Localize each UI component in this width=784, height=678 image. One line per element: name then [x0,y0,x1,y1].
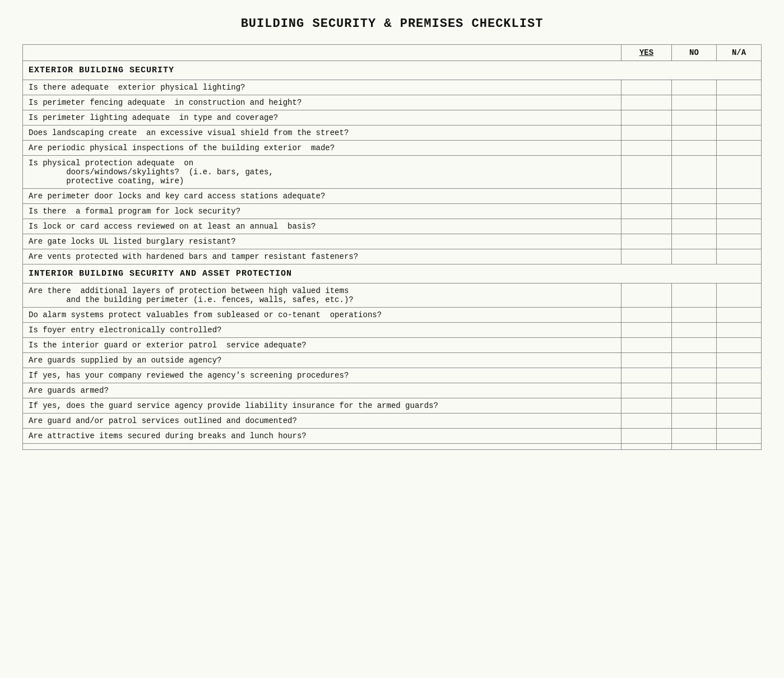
check-cell-no[interactable] [672,204,717,219]
check-cell-no[interactable] [672,429,717,444]
header-question [23,45,621,61]
check-cell-yes[interactable] [621,189,672,204]
check-cell-no[interactable] [672,308,717,323]
check-cell-na[interactable] [717,126,762,141]
check-cell-yes[interactable] [621,398,672,414]
check-cell-na[interactable] [717,414,762,429]
check-cell-no[interactable] [672,80,717,95]
check-cell-yes[interactable] [621,353,672,368]
check-cell-no[interactable] [672,444,717,450]
check-cell-na[interactable] [717,368,762,383]
question-cell: Are vents protected with hardened bars a… [23,249,621,264]
table-row: Is foyer entry electronically controlled… [23,323,762,338]
check-cell-na[interactable] [717,338,762,353]
section-label: INTERIOR BUILDING SECURITY AND ASSET PRO… [23,264,762,284]
check-cell-no[interactable] [672,338,717,353]
check-cell-no[interactable] [672,141,717,156]
check-cell-na[interactable] [717,308,762,323]
check-cell-no[interactable] [672,249,717,264]
check-cell-no[interactable] [672,284,717,308]
question-cell: Is there adequate exterior physical ligh… [23,80,621,95]
question-cell: Are gate locks UL listed burglary resist… [23,234,621,249]
check-cell-no[interactable] [672,368,717,383]
check-cell-na[interactable] [717,353,762,368]
check-cell-yes[interactable] [621,80,672,95]
check-cell-na[interactable] [717,80,762,95]
question-cell: Does landscaping create an excessive vis… [23,126,621,141]
check-cell-yes[interactable] [621,219,672,234]
check-cell-yes[interactable] [621,429,672,444]
header-yes: YES [621,45,672,61]
check-cell-yes[interactable] [621,444,672,450]
check-cell-yes[interactable] [621,156,672,189]
check-cell-yes[interactable] [621,234,672,249]
check-cell-na[interactable] [717,383,762,398]
check-cell-yes[interactable] [621,126,672,141]
check-cell-na[interactable] [717,219,762,234]
check-cell-no[interactable] [672,156,717,189]
question-cell: Is there a formal program for lock secur… [23,204,621,219]
table-row: Is there a formal program for lock secur… [23,204,762,219]
question-cell: Is lock or card access reviewed on at le… [23,219,621,234]
table-row: Does landscaping create an excessive vis… [23,126,762,141]
table-row: Is the interior guard or exterior patrol… [23,338,762,353]
header-no: NO [672,45,717,61]
check-cell-na[interactable] [717,204,762,219]
table-row: Are guards armed? [23,383,762,398]
table-row: Is perimeter fencing adequate in constru… [23,95,762,110]
check-cell-na[interactable] [717,156,762,189]
check-cell-yes[interactable] [621,308,672,323]
check-cell-yes[interactable] [621,383,672,398]
check-cell-na[interactable] [717,234,762,249]
check-cell-na[interactable] [717,110,762,126]
check-cell-no[interactable] [672,95,717,110]
check-cell-yes[interactable] [621,95,672,110]
check-cell-no[interactable] [672,398,717,414]
check-cell-yes[interactable] [621,414,672,429]
check-cell-yes[interactable] [621,249,672,264]
check-cell-no[interactable] [672,110,717,126]
check-cell-no[interactable] [672,189,717,204]
check-cell-no[interactable] [672,353,717,368]
check-cell-yes[interactable] [621,204,672,219]
page: BUILDING SECURITY & PREMISES CHECKLIST Y… [0,0,784,678]
check-cell-no[interactable] [672,414,717,429]
header-na: N/A [717,45,762,61]
check-cell-na[interactable] [717,189,762,204]
table-row: Are there additional layers of protectio… [23,284,762,308]
table-row: Are gate locks UL listed burglary resist… [23,234,762,249]
check-cell-yes[interactable] [621,368,672,383]
check-cell-no[interactable] [672,234,717,249]
check-cell-yes[interactable] [621,338,672,353]
check-cell-na[interactable] [717,323,762,338]
table-row: Are guard and/or patrol services outline… [23,414,762,429]
check-cell-na[interactable] [717,444,762,450]
check-cell-no[interactable] [672,323,717,338]
check-cell-na[interactable] [717,284,762,308]
question-cell: Is foyer entry electronically controlled… [23,323,621,338]
check-cell-na[interactable] [717,398,762,414]
check-cell-na[interactable] [717,249,762,264]
question-cell: Are guard and/or patrol services outline… [23,414,621,429]
question-cell: Are periodic physical inspections of the… [23,141,621,156]
question-cell: Is perimeter lighting adequate in type a… [23,110,621,126]
question-cell: Are there additional layers of protectio… [23,284,621,308]
table-row: Is physical protection adequate on doors… [23,156,762,189]
check-cell-yes[interactable] [621,284,672,308]
check-cell-no[interactable] [672,126,717,141]
table-row: Are periodic physical inspections of the… [23,141,762,156]
check-cell-na[interactable] [717,429,762,444]
check-cell-yes[interactable] [621,110,672,126]
question-cell: Are guards armed? [23,383,621,398]
table-row: Are perimeter door locks and key card ac… [23,189,762,204]
check-cell-yes[interactable] [621,323,672,338]
check-cell-na[interactable] [717,141,762,156]
check-cell-no[interactable] [672,219,717,234]
question-cell: Are attractive items secured during brea… [23,429,621,444]
check-cell-na[interactable] [717,95,762,110]
question-cell: Is physical protection adequate on doors… [23,156,621,189]
check-cell-yes[interactable] [621,141,672,156]
section-label: EXTERIOR BUILDING SECURITY [23,61,762,80]
page-title: BUILDING SECURITY & PREMISES CHECKLIST [22,17,762,31]
check-cell-no[interactable] [672,383,717,398]
